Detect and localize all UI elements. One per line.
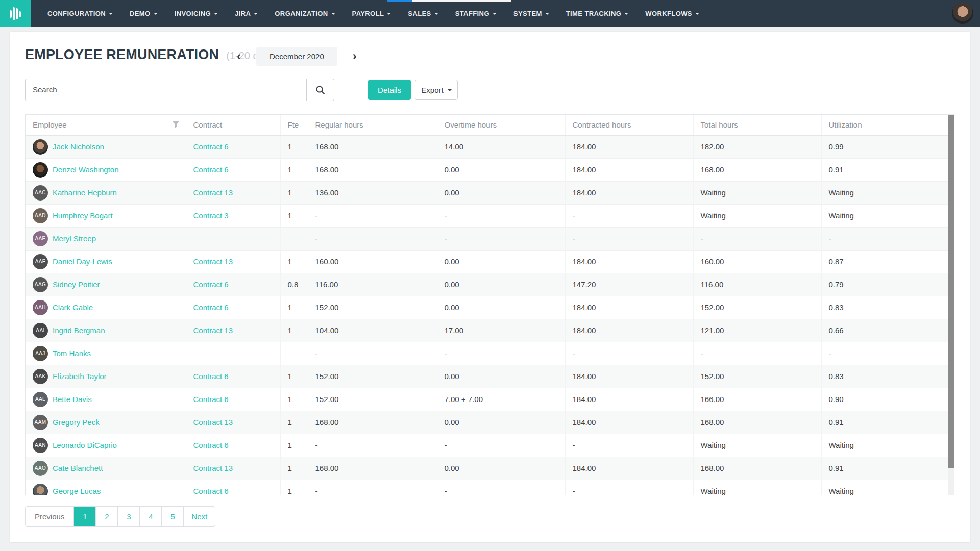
cell-regular-hours: 160.00	[308, 250, 437, 273]
employee-link[interactable]: Sidney Poitier	[53, 280, 100, 289]
contract-link[interactable]: Contract 6	[193, 395, 229, 404]
chevron-down-icon	[254, 13, 258, 15]
nav-item-label: INVOICING	[175, 10, 211, 17]
column-header-total[interactable]: Total hours	[693, 115, 821, 135]
pagination-page-5[interactable]: 5	[162, 507, 184, 526]
nav-item-label: SALES	[408, 10, 431, 17]
export-button[interactable]: Export	[415, 80, 458, 100]
employee-link[interactable]: Meryl Streep	[53, 234, 96, 243]
employee-link[interactable]: Cate Blanchett	[53, 464, 103, 472]
contract-link[interactable]: Contract 13	[193, 257, 233, 266]
employee-link[interactable]: Leonardo DiCaprio	[53, 441, 117, 449]
employee-link[interactable]: Denzel Washington	[53, 165, 119, 174]
search-input[interactable]	[25, 79, 306, 101]
details-button[interactable]: Details	[368, 80, 411, 100]
nav-item-organization[interactable]: ORGANIZATION	[275, 10, 335, 17]
filter-icon[interactable]	[172, 121, 180, 130]
employee-link[interactable]: Elizabeth Taylor	[53, 372, 107, 381]
contract-link[interactable]: Contract 6	[193, 280, 229, 289]
employee-link[interactable]: Gregory Peck	[53, 418, 100, 427]
contract-link[interactable]: Contract 6	[193, 487, 229, 495]
cell-contracted-hours: 184.00	[565, 181, 693, 204]
nav-item-workflows[interactable]: WORKFLOWS	[645, 10, 699, 17]
cell-regular-hours: -	[308, 227, 437, 250]
avatar: AAE	[33, 231, 48, 246]
pagination-page-3[interactable]: 3	[118, 507, 140, 526]
contract-link[interactable]: Contract 6	[193, 441, 229, 449]
avatar	[33, 139, 48, 155]
contract-link[interactable]: Contract 6	[193, 303, 229, 312]
employee-link[interactable]: Daniel Day-Lewis	[53, 257, 112, 266]
nav-item-payroll[interactable]: PAYROLL	[352, 10, 391, 17]
pagination-page-1[interactable]: 1	[74, 507, 96, 526]
pagination-page-2[interactable]: 2	[96, 507, 118, 526]
employee-link[interactable]: Tom Hanks	[53, 349, 91, 358]
employee-link[interactable]: Jack Nicholson	[53, 142, 104, 151]
nav-item-staffing[interactable]: STAFFING	[455, 10, 497, 17]
cell-utilization: 0.91	[821, 411, 949, 434]
search-button[interactable]	[306, 79, 334, 101]
pagination-previous[interactable]: Previous	[26, 507, 74, 526]
cell-contract: Contract 13	[186, 457, 280, 480]
table-header-row: EmployeeContractFteRegular hoursOvertime…	[26, 115, 949, 135]
column-header-utilization[interactable]: Utilization	[821, 115, 949, 135]
contract-link[interactable]: Contract 6	[193, 165, 229, 174]
chevron-down-icon	[545, 13, 549, 15]
employee-link[interactable]: Bette Davis	[53, 395, 92, 404]
cell-contracted-hours: -	[565, 434, 693, 457]
contract-link[interactable]: Contract 13	[193, 326, 233, 335]
nav-item-sales[interactable]: SALES	[408, 10, 438, 17]
period-chip[interactable]: December 2020	[256, 47, 337, 66]
avatar: AAF	[33, 254, 48, 269]
cell-regular-hours: 168.00	[308, 457, 437, 480]
cell-fte: 1	[280, 365, 308, 388]
cell-fte: 1	[280, 480, 308, 495]
employee-link[interactable]: Humphrey Bogart	[53, 211, 113, 220]
avatar: AAD	[33, 208, 48, 223]
column-header-label: Utilization	[829, 120, 862, 129]
contract-link[interactable]: Contract 13	[193, 188, 233, 197]
cell-fte	[280, 342, 308, 365]
app-logo[interactable]	[0, 0, 31, 27]
cell-contract: Contract 6	[186, 365, 280, 388]
nav-item-system[interactable]: SYSTEM	[513, 10, 549, 17]
contract-link[interactable]: Contract 13	[193, 464, 233, 472]
table-row: George LucasContract 61---WaitingWaiting	[26, 480, 949, 495]
previous-month-button[interactable]: ‹	[235, 50, 243, 62]
nav-item-demo[interactable]: DEMO	[130, 10, 158, 17]
employee-link[interactable]: George Lucas	[53, 487, 101, 495]
employee-link[interactable]: Clark Gable	[53, 303, 93, 312]
column-header-employee[interactable]: Employee	[26, 115, 186, 135]
nav-item-configuration[interactable]: CONFIGURATION	[47, 10, 113, 17]
nav-item-label: WORKFLOWS	[645, 10, 692, 17]
cell-overtime-hours: 0.00	[437, 457, 565, 480]
chevron-down-icon	[434, 13, 438, 15]
column-header-overtime[interactable]: Overtime hours	[437, 115, 565, 135]
cell-overtime-hours: 0.00	[437, 411, 565, 434]
column-header-regular[interactable]: Regular hours	[308, 115, 437, 135]
column-header-fte[interactable]: Fte	[280, 115, 308, 135]
cell-utilization: Waiting	[821, 434, 949, 457]
cell-overtime-hours: 0.00	[437, 273, 565, 296]
pagination-next[interactable]: Next	[184, 507, 215, 526]
user-avatar[interactable]	[952, 3, 973, 24]
table-scrollbar[interactable]	[948, 115, 954, 495]
nav-item-invoicing[interactable]: INVOICING	[175, 10, 218, 17]
column-header-contracted[interactable]: Contracted hours	[565, 115, 693, 135]
contract-link[interactable]: Contract 6	[193, 372, 229, 381]
cell-fte: 1	[280, 135, 308, 158]
contract-link[interactable]: Contract 6	[193, 142, 229, 151]
contract-link[interactable]: Contract 13	[193, 418, 233, 427]
table-body: Jack NicholsonContract 61168.0014.00184.…	[26, 135, 949, 495]
employee-link[interactable]: Ingrid Bergman	[53, 326, 105, 335]
nav-item-jira[interactable]: JIRA	[235, 10, 258, 17]
employee-link[interactable]: Katharine Hepburn	[53, 188, 117, 197]
next-month-button[interactable]: ›	[351, 50, 359, 62]
nav-item-time-tracking[interactable]: TIME TRACKING	[566, 10, 628, 17]
column-header-contract[interactable]: Contract	[186, 115, 280, 135]
cell-employee: Jack Nicholson	[26, 135, 186, 158]
contract-link[interactable]: Contract 3	[193, 211, 229, 220]
pagination-page-4[interactable]: 4	[140, 507, 162, 526]
nav-item-label: JIRA	[235, 10, 251, 17]
table-scrollbar-thumb[interactable]	[948, 115, 954, 468]
